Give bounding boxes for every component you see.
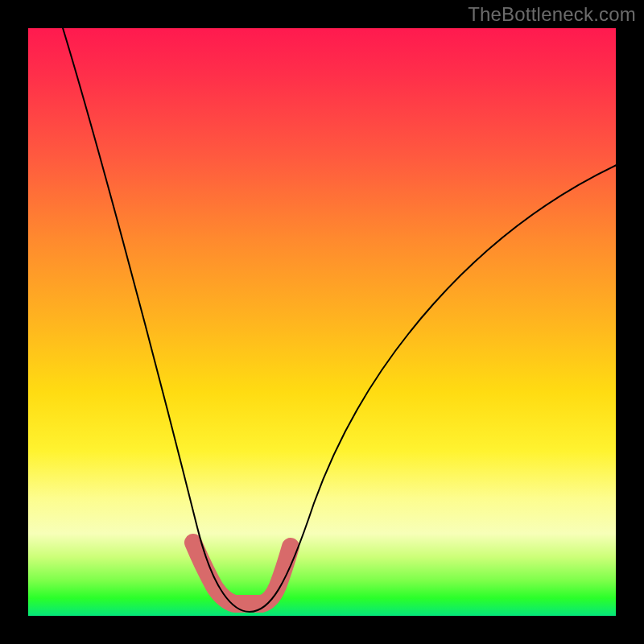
plot-area bbox=[28, 28, 616, 616]
watermark-text: TheBottleneck.com bbox=[468, 3, 636, 26]
chart-frame: TheBottleneck.com bbox=[0, 0, 644, 644]
curve-svg bbox=[28, 28, 616, 616]
bottleneck-curve bbox=[60, 20, 620, 612]
